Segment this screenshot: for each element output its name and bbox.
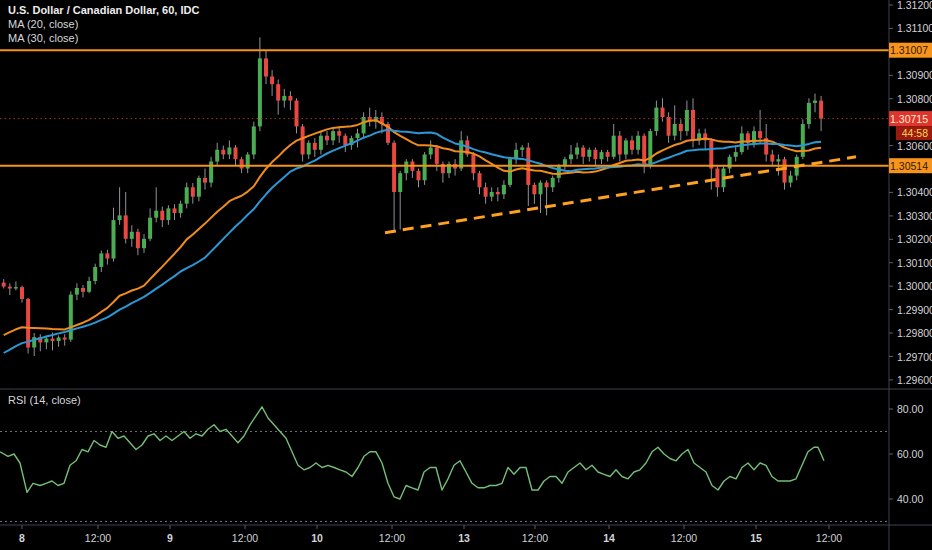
- candle-body: [270, 77, 274, 85]
- candle-body: [606, 152, 610, 157]
- time-axis-label: 12:00: [232, 532, 258, 544]
- candle-body: [99, 253, 103, 267]
- candle-body: [557, 166, 561, 178]
- candle-body: [532, 185, 536, 194]
- price-axis-label: 1.29600: [897, 374, 932, 386]
- candle-body: [173, 208, 177, 213]
- candle-body: [624, 140, 628, 154]
- candle-body: [691, 110, 695, 140]
- rsi-legend-item[interactable]: RSI (14, close): [8, 393, 81, 407]
- candle-body: [179, 204, 183, 213]
- candle-body: [789, 176, 793, 183]
- candle-body: [227, 148, 231, 155]
- candle-body: [490, 192, 494, 197]
- price-axis-label: 1.30600: [897, 140, 932, 152]
- candle-body: [636, 136, 640, 150]
- candle-body: [404, 162, 408, 174]
- candle-body: [234, 148, 238, 160]
- candle-body: [118, 215, 122, 220]
- candle-body: [2, 283, 6, 287]
- candle-body: [648, 131, 652, 166]
- candle-body: [124, 215, 128, 238]
- candle-body: [166, 208, 170, 220]
- candle-body: [770, 155, 774, 162]
- time-axis-label: 12:00: [379, 532, 405, 544]
- candle-body: [215, 150, 219, 162]
- candle-body: [539, 183, 543, 195]
- candle-body: [81, 288, 85, 292]
- candle-body: [148, 218, 152, 239]
- candle-body: [282, 96, 286, 101]
- candle-body: [87, 281, 91, 292]
- price-axis-label: 1.30900: [897, 69, 932, 81]
- candle-body: [569, 155, 573, 160]
- candle-body: [313, 143, 317, 150]
- candle-body: [667, 117, 671, 136]
- candle-body: [93, 267, 97, 281]
- time-axis-label: 8: [19, 532, 25, 544]
- ma20-legend-item[interactable]: MA (20, close): [8, 17, 199, 31]
- candle-body: [197, 178, 201, 197]
- resistance-price-badge: 1.31007: [890, 44, 928, 56]
- candle-body: [337, 131, 341, 136]
- candle-body: [69, 295, 73, 340]
- candle-body: [398, 173, 402, 192]
- candle-body: [136, 232, 140, 248]
- candle-body: [417, 171, 421, 180]
- candle-body: [502, 185, 506, 194]
- price-axis-label: 1.31100: [897, 22, 932, 34]
- time-axis-label: 10: [311, 532, 323, 544]
- time-axis-label: 12:00: [85, 532, 111, 544]
- candle-body: [758, 131, 762, 138]
- candle-body: [478, 173, 482, 187]
- candle-body: [44, 339, 48, 343]
- ma30-legend-item[interactable]: MA (30, close): [8, 31, 199, 45]
- candle-body: [105, 253, 109, 258]
- price-axis-label: 1.30400: [897, 186, 932, 198]
- candle-body: [191, 187, 195, 196]
- time-axis-label: 15: [750, 532, 762, 544]
- price-axis-label: 1.29700: [897, 351, 932, 363]
- candle-body: [209, 162, 213, 183]
- candle-body: [51, 339, 55, 341]
- candle-body: [709, 140, 713, 168]
- candle-body: [221, 150, 225, 155]
- rsi-axis-label: 80.00: [897, 403, 923, 415]
- last-price-badge: 1.30715: [890, 113, 928, 125]
- candle-body: [679, 124, 683, 131]
- time-axis-label: 12:00: [671, 532, 697, 544]
- candle-body: [813, 101, 817, 103]
- candle-body: [471, 155, 475, 174]
- price-axis-label: 1.30300: [897, 210, 932, 222]
- candle-body: [551, 178, 555, 187]
- candle-body: [618, 136, 622, 155]
- candle-body: [685, 110, 689, 131]
- candle-body: [642, 136, 646, 167]
- rsi-panel-legend: RSI (14, close): [8, 393, 81, 407]
- candle-body: [520, 148, 524, 150]
- time-axis-label: 12:00: [522, 532, 548, 544]
- candle-body: [331, 131, 335, 140]
- time-axis-label: 14: [603, 532, 615, 544]
- price-axis-label: 1.29900: [897, 304, 932, 316]
- candle-body: [593, 150, 597, 159]
- price-axis-label: 1.31200: [897, 0, 932, 11]
- candle-body: [484, 187, 488, 196]
- candle-body: [581, 148, 585, 157]
- price-axis-label: 1.30200: [897, 233, 932, 245]
- candle-body: [57, 338, 61, 342]
- candle-body: [654, 108, 658, 132]
- candle-body: [240, 159, 244, 168]
- chart-background: [0, 0, 932, 550]
- candle-body: [807, 103, 811, 124]
- candle-body: [740, 133, 744, 152]
- candle-body: [435, 148, 439, 164]
- price-axis-label: 1.30800: [897, 93, 932, 105]
- candle-body: [112, 220, 116, 258]
- candle-body: [715, 169, 719, 188]
- candle-body: [734, 152, 738, 157]
- main-chart-legend: U.S. Dollar / Canadian Dollar, 60, IDC M…: [8, 3, 199, 45]
- candle-body: [301, 126, 305, 154]
- symbol-title[interactable]: U.S. Dollar / Canadian Dollar, 60, IDC: [8, 3, 199, 17]
- candle-body: [130, 232, 134, 239]
